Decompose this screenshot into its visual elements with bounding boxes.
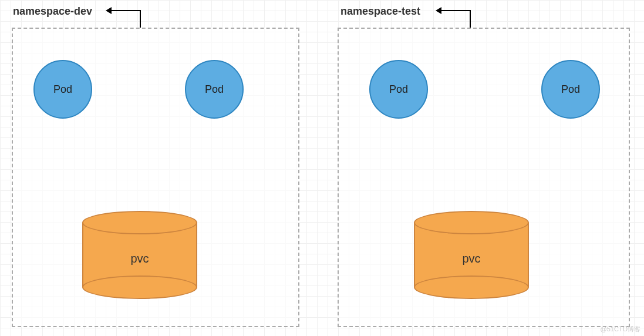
- namespace-test-box: Pod Pod pvc: [338, 28, 630, 327]
- pod-test-2: Pod: [541, 60, 600, 119]
- pod-label: Pod: [389, 83, 408, 96]
- pvc-test: pvc: [414, 211, 529, 299]
- pod-label: Pod: [205, 83, 224, 96]
- pod-label: Pod: [53, 83, 72, 96]
- pvc-label: pvc: [82, 252, 197, 266]
- pod-test-1: Pod: [369, 60, 428, 119]
- namespace-dev-box: Pod Pod pvc: [12, 28, 299, 327]
- pod-dev-2: Pod: [185, 60, 244, 119]
- namespace-dev-label: namespace-dev: [13, 5, 92, 18]
- pod-label: Pod: [561, 83, 580, 96]
- pod-dev-1: Pod: [33, 60, 92, 119]
- namespace-test-label: namespace-test: [340, 5, 420, 18]
- pvc-dev: pvc: [82, 211, 197, 299]
- watermark: @51CTO博客: [601, 325, 640, 334]
- pvc-label: pvc: [414, 252, 529, 266]
